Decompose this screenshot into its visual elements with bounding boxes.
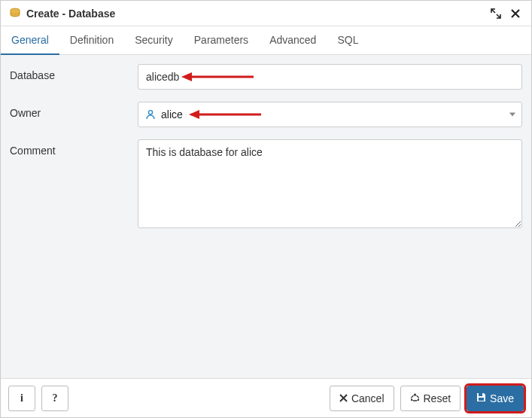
- help-icon: ?: [53, 392, 58, 404]
- tab-security[interactable]: Security: [124, 26, 184, 55]
- recycle-icon: [410, 392, 420, 404]
- reset-button-label: Reset: [424, 392, 451, 404]
- database-icon: [8, 7, 22, 20]
- owner-select-value: alice: [161, 108, 183, 121]
- dialog-footer: i ? Cancel Reset: [1, 378, 531, 417]
- close-icon: [339, 392, 348, 404]
- info-button[interactable]: i: [8, 386, 35, 411]
- database-name-input[interactable]: [138, 64, 522, 90]
- row-database: Database: [10, 64, 522, 90]
- cancel-button[interactable]: Cancel: [330, 386, 394, 411]
- tab-bar: General Definition Security Parameters A…: [1, 26, 531, 55]
- owner-select[interactable]: alice: [138, 102, 522, 127]
- comment-textarea[interactable]: [138, 139, 522, 228]
- tab-definition[interactable]: Definition: [59, 26, 124, 55]
- close-icon[interactable]: [507, 5, 524, 22]
- tab-advanced[interactable]: Advanced: [259, 26, 327, 55]
- info-icon: i: [20, 392, 23, 404]
- svg-rect-7: [479, 398, 484, 401]
- row-comment: Comment: [10, 139, 522, 230]
- row-owner: Owner alice: [10, 102, 522, 127]
- dialog-titlebar: Create - Database: [1, 1, 531, 26]
- save-button-label: Save: [490, 392, 514, 404]
- tab-general[interactable]: General: [1, 26, 59, 55]
- create-database-dialog: Create - Database General Definition Sec…: [0, 0, 532, 418]
- save-button[interactable]: Save: [467, 386, 524, 411]
- help-button[interactable]: ?: [41, 386, 68, 411]
- chevron-down-icon: [509, 113, 515, 117]
- expand-icon[interactable]: [488, 5, 504, 22]
- form-panel: Database Owner: [1, 55, 531, 378]
- reset-button[interactable]: Reset: [400, 386, 461, 411]
- tab-sql[interactable]: SQL: [327, 26, 369, 55]
- svg-rect-6: [479, 393, 482, 396]
- dialog-title: Create - Database: [26, 8, 115, 20]
- svg-point-3: [148, 111, 152, 114]
- label-comment: Comment: [10, 139, 138, 157]
- label-database: Database: [10, 64, 138, 81]
- cancel-button-label: Cancel: [351, 392, 385, 404]
- tab-parameters[interactable]: Parameters: [184, 26, 259, 55]
- user-icon: [144, 108, 157, 121]
- save-icon: [476, 392, 486, 404]
- label-owner: Owner: [10, 102, 138, 119]
